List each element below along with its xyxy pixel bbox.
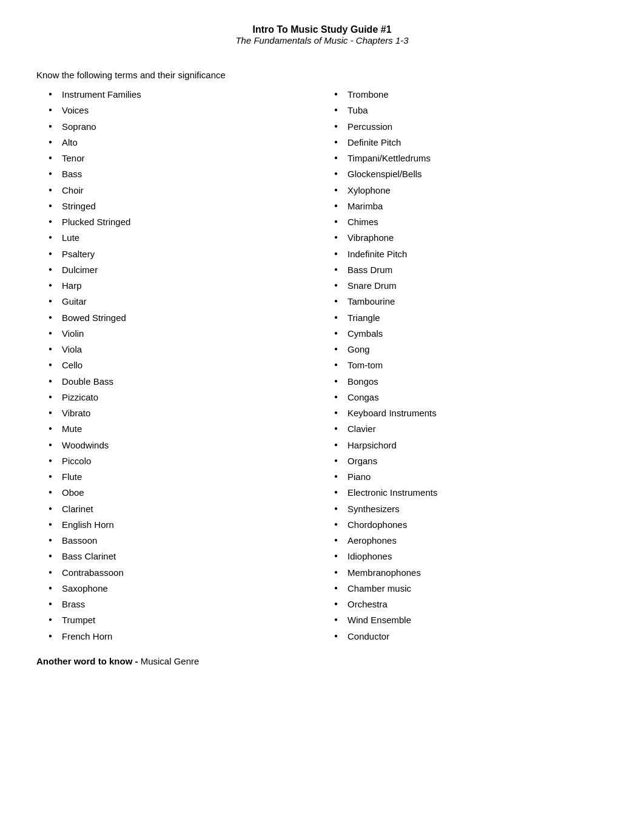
- list-item: Viola: [49, 342, 322, 356]
- list-item: Saxophone: [49, 581, 322, 595]
- list-item: Violin: [49, 326, 322, 340]
- list-item: Piccolo: [49, 454, 322, 468]
- list-item: Guitar: [49, 294, 322, 308]
- list-item: Congas: [334, 390, 608, 404]
- list-item: Stringed: [49, 199, 322, 213]
- list-item: Clavier: [334, 422, 608, 436]
- list-item: Bassoon: [49, 533, 322, 547]
- another-word-section: Another word to know - Musical Genre: [36, 656, 608, 666]
- list-item: Woodwinds: [49, 438, 322, 452]
- list-item: Bowed Stringed: [49, 311, 322, 325]
- list-item: Orchestra: [334, 597, 608, 611]
- list-item: Conductor: [334, 629, 608, 643]
- list-item: Plucked Stringed: [49, 215, 322, 229]
- list-item: Tambourine: [334, 294, 608, 308]
- list-item: Chamber music: [334, 581, 608, 595]
- list-item: Piano: [334, 470, 608, 484]
- list-item: Snare Drum: [334, 279, 608, 292]
- list-item: Idiophones: [334, 549, 608, 563]
- right-column: TromboneTubaPercussionDefinite PitchTimp…: [322, 87, 608, 645]
- page-header: Intro To Music Study Guide #1 The Fundam…: [36, 24, 608, 46]
- page-subtitle: The Fundamentals of Music - Chapters 1-3: [36, 35, 608, 46]
- list-item: Psaltery: [49, 247, 322, 261]
- list-item: Double Bass: [49, 374, 322, 388]
- list-item: Gong: [334, 342, 608, 356]
- list-item: Glockenspiel/Bells: [334, 167, 608, 181]
- list-item: Instrument Families: [49, 87, 322, 101]
- list-item: Xylophone: [334, 183, 608, 197]
- list-item: Choir: [49, 183, 322, 197]
- list-item: Electronic Instruments: [334, 485, 608, 499]
- left-list: Instrument FamiliesVoicesSopranoAltoTeno…: [49, 87, 322, 643]
- right-list: TromboneTubaPercussionDefinite PitchTimp…: [334, 87, 608, 643]
- list-item: Flute: [49, 470, 322, 484]
- list-item: Oboe: [49, 485, 322, 499]
- list-item: Lute: [49, 231, 322, 245]
- list-item: Percussion: [334, 120, 608, 134]
- list-item: Dulcimer: [49, 263, 322, 277]
- list-item: Alto: [49, 135, 322, 149]
- list-item: French Horn: [49, 629, 322, 643]
- list-item: Bass Clarinet: [49, 549, 322, 563]
- list-item: Organs: [334, 454, 608, 468]
- list-item: Keyboard Instruments: [334, 406, 608, 420]
- list-item: Tom-tom: [334, 358, 608, 372]
- page-title: Intro To Music Study Guide #1: [36, 24, 608, 35]
- list-item: Wind Ensemble: [334, 613, 608, 627]
- list-item: Contrabassoon: [49, 566, 322, 580]
- list-item: Definite Pitch: [334, 135, 608, 149]
- list-item: Trumpet: [49, 613, 322, 627]
- list-item: Vibrato: [49, 406, 322, 420]
- list-item: Indefinite Pitch: [334, 247, 608, 261]
- list-item: Trombone: [334, 87, 608, 101]
- list-item: Vibraphone: [334, 231, 608, 245]
- list-item: Clarinet: [49, 502, 322, 516]
- list-item: Mute: [49, 422, 322, 436]
- list-item: Synthesizers: [334, 502, 608, 516]
- list-item: English Horn: [49, 518, 322, 532]
- list-item: Tenor: [49, 151, 322, 165]
- another-word-value: Musical Genre: [141, 656, 200, 666]
- list-item: Chordophones: [334, 518, 608, 532]
- list-item: Aerophones: [334, 533, 608, 547]
- list-item: Harp: [49, 279, 322, 292]
- list-item: Tuba: [334, 103, 608, 117]
- list-item: Cello: [49, 358, 322, 372]
- list-item: Bass: [49, 167, 322, 181]
- another-word-label: Another word to know -: [36, 656, 138, 666]
- left-column: Instrument FamiliesVoicesSopranoAltoTeno…: [36, 87, 322, 645]
- list-item: Bongos: [334, 374, 608, 388]
- list-item: Voices: [49, 103, 322, 117]
- list-item: Chimes: [334, 215, 608, 229]
- list-item: Brass: [49, 597, 322, 611]
- list-item: Marimba: [334, 199, 608, 213]
- list-item: Membranophones: [334, 566, 608, 580]
- list-item: Pizzicato: [49, 390, 322, 404]
- list-item: Cymbals: [334, 326, 608, 340]
- intro-text: Know the following terms and their signi…: [36, 70, 608, 80]
- content-columns: Instrument FamiliesVoicesSopranoAltoTeno…: [36, 87, 608, 645]
- list-item: Harpsichord: [334, 438, 608, 452]
- list-item: Soprano: [49, 120, 322, 134]
- list-item: Timpani/Kettledrums: [334, 151, 608, 165]
- list-item: Triangle: [334, 311, 608, 325]
- list-item: Bass Drum: [334, 263, 608, 277]
